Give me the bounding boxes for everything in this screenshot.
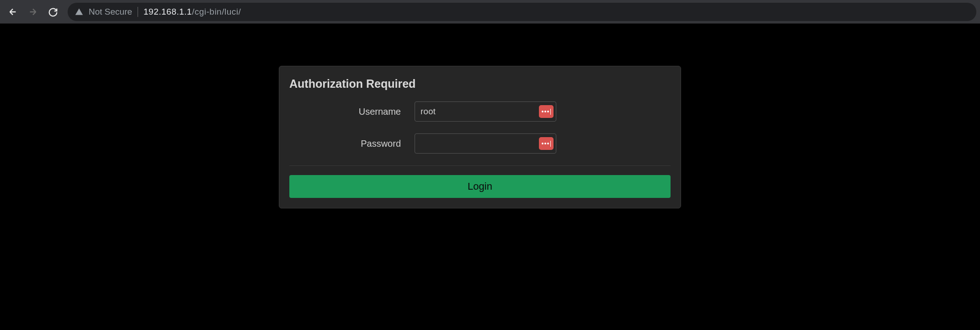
back-button[interactable] [4,3,22,21]
page-content: Authorization Required Username Password [0,24,980,330]
username-input[interactable] [415,101,556,122]
url-text: 192.168.1.1/cgi-bin/luci/ [144,7,241,17]
username-label: Username [289,106,415,117]
password-label: Password [289,138,415,149]
arrow-right-icon [28,7,38,17]
password-manager-icon[interactable] [539,105,554,118]
nav-buttons [4,3,62,21]
url-path: /cgi-bin/luci/ [192,7,241,16]
password-row: Password [289,133,671,154]
username-row: Username [289,101,671,122]
password-input[interactable] [415,133,556,154]
password-input-wrapper [415,133,556,154]
browser-toolbar: Not Secure 192.168.1.1/cgi-bin/luci/ [0,0,980,24]
url-host: 192.168.1.1 [144,7,192,16]
not-secure-icon [75,8,83,16]
reload-button[interactable] [44,3,62,21]
arrow-left-icon [8,7,18,17]
address-bar[interactable]: Not Secure 192.168.1.1/cgi-bin/luci/ [68,3,976,21]
password-manager-icon[interactable] [539,137,554,150]
forward-button[interactable] [24,3,42,21]
login-button[interactable]: Login [289,175,671,198]
panel-title: Authorization Required [289,77,671,90]
login-panel: Authorization Required Username Password [279,66,681,208]
separator [289,165,671,166]
security-status: Not Secure [89,7,132,17]
reload-icon [48,7,58,17]
divider [138,7,138,17]
username-input-wrapper [415,101,556,122]
